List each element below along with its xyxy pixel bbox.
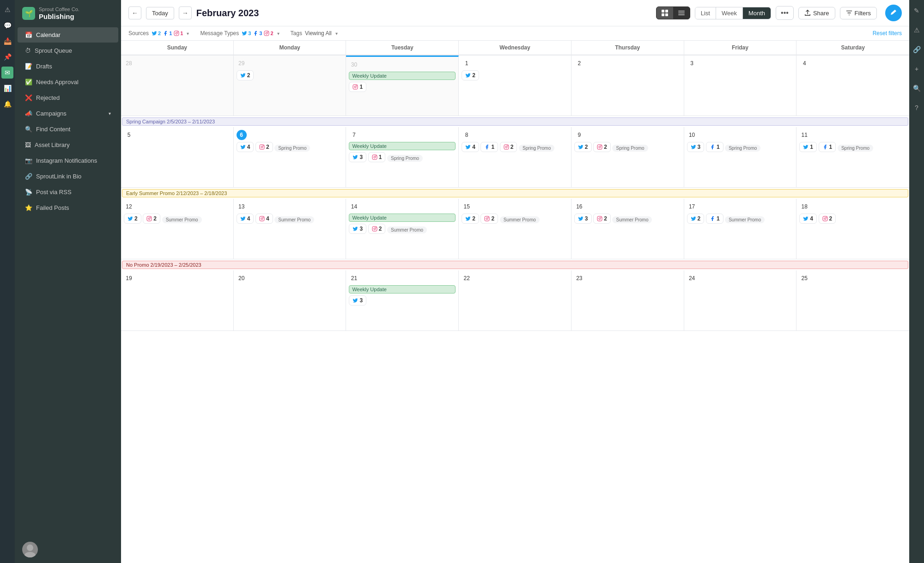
day-cell[interactable]: 3 [684,55,797,116]
weekly-update-event[interactable]: Weekly Update [349,142,456,150]
weekly-update-event[interactable]: Weekly Update [349,285,456,294]
add-right-button[interactable]: + [911,63,923,75]
post-chip[interactable]: 1 [349,82,366,92]
analytics-icon[interactable]: 📊 [1,82,13,94]
sources-filter[interactable]: Sources 2 1 1 ▾ [128,30,189,37]
post-chip[interactable]: 4 [237,142,254,152]
post-chip[interactable]: 1 [368,152,386,162]
sidebar-item-post-via-rss[interactable]: 📡 Post via RSS [18,184,118,200]
post-chip[interactable]: 2 [255,142,273,152]
post-chip[interactable]: 2 [462,214,479,224]
link-right-icon[interactable]: 🔗 [911,43,923,55]
listen-icon[interactable]: 🔔 [1,98,13,110]
post-chip[interactable]: 2 [462,70,479,80]
inbox-icon[interactable]: 📥 [1,35,13,47]
day-cell[interactable]: 17 2 1 Summer Promo [684,199,797,259]
post-chip[interactable]: 4 [237,214,254,224]
next-button[interactable]: → [179,6,192,19]
day-cell[interactable]: 29 2 [234,55,346,116]
day-cell[interactable]: 5 [121,127,234,187]
post-chip[interactable]: 1 [706,214,723,224]
post-chip[interactable]: 3 [687,142,705,152]
sidebar-item-instagram-notifications[interactable]: 📷 Instagram Notifications [18,153,118,168]
day-cell[interactable]: 30 Weekly Update 1 [346,55,459,116]
post-chip[interactable]: 2 [593,142,611,152]
user-avatar[interactable] [22,542,114,557]
sidebar-item-failed-posts[interactable]: ⭐ Failed Posts [18,200,118,215]
sidebar-item-campaigns[interactable]: 📣 Campaigns ▾ [18,106,118,121]
day-cell[interactable]: 8 4 1 2 Spring Promo [459,127,571,187]
post-chip[interactable]: 2 [480,214,498,224]
day-cell[interactable]: 14 Weekly Update 3 2 Summer Promo [346,199,459,259]
post-chip[interactable]: 3 [349,224,366,234]
month-button[interactable]: Month [743,7,771,19]
weekly-update-event[interactable]: Weekly Update [349,214,456,222]
day-cell[interactable]: 10 3 1 Spring Promo [684,127,797,187]
more-button[interactable]: ••• [776,6,794,20]
day-cell[interactable]: 4 [796,55,909,116]
alert-icon[interactable]: ⚠ [1,4,13,16]
day-cell[interactable]: 11 1 1 Spring Promo [796,127,909,187]
day-cell[interactable]: 21 Weekly Update 3 [346,270,459,330]
post-chip[interactable]: 3 [574,214,592,224]
day-cell[interactable]: 18 4 2 [796,199,909,259]
day-cell[interactable]: 2 [571,55,684,116]
publish-icon[interactable]: ✉ [1,67,13,79]
post-chip[interactable]: 3 [349,295,366,306]
sidebar-item-needs-approval[interactable]: ✅ Needs Approval [18,74,118,90]
post-chip[interactable]: 1 [819,142,836,152]
weekly-update-event[interactable]: Weekly Update [349,72,456,80]
day-cell[interactable]: 19 [121,270,234,330]
post-chip[interactable]: 2 [124,214,141,224]
post-chip[interactable]: 1 [706,142,723,152]
message-types-filter[interactable]: Message Types 3 3 2 ▾ [200,30,279,37]
day-cell[interactable]: 6 4 2 Spring Promo [234,127,346,187]
prev-button[interactable]: ← [128,6,141,19]
today-button[interactable]: Today [146,7,174,19]
post-chip[interactable]: 2 [368,224,386,234]
grid-view-button[interactable] [657,7,673,19]
help-right-button[interactable]: ? [911,102,923,114]
day-cell[interactable]: 28 [121,55,234,116]
filters-button[interactable]: Filters [840,7,877,19]
day-cell[interactable]: 22 [459,270,571,330]
compose-button[interactable] [885,5,902,21]
post-chip[interactable]: 2 [500,142,517,152]
day-cell[interactable]: 15 2 2 Summer Promo [459,199,571,259]
sidebar-item-sproutlink[interactable]: 🔗 SproutLink in Bio [18,169,118,184]
day-cell[interactable]: 20 [234,270,346,330]
day-cell[interactable]: 25 [796,270,909,330]
post-chip[interactable]: 2 [574,142,592,152]
post-chip[interactable]: 2 [819,214,836,224]
day-cell[interactable]: 9 2 2 Spring Promo [571,127,684,187]
tags-filter[interactable]: Tags Viewing All ▾ [291,30,338,37]
post-chip[interactable]: 4 [462,142,479,152]
sidebar-item-find-content[interactable]: 🔍 Find Content [18,122,118,137]
week-button[interactable]: Week [716,7,743,19]
day-cell[interactable]: 23 [571,270,684,330]
post-chip[interactable]: 1 [799,142,817,152]
day-cell[interactable]: 24 [684,270,797,330]
sidebar-item-drafts[interactable]: 📝 Drafts [18,59,118,74]
post-chip[interactable]: 2 [237,70,254,80]
pin-icon[interactable]: 📌 [1,51,13,63]
sidebar-item-calendar[interactable]: 📅 Calendar [18,27,118,43]
search-right-button[interactable]: 🔍 [911,82,923,94]
day-cell[interactable]: 1 2 [459,55,571,116]
compose-right-button[interactable]: ✎ [911,5,923,17]
sidebar-item-rejected[interactable]: ❌ Rejected [18,90,118,105]
post-chip[interactable]: 1 [480,142,498,152]
sidebar-item-sprout-queue[interactable]: ⏱ Sprout Queue [18,43,118,58]
list-view-button[interactable] [673,7,690,19]
day-cell[interactable]: 7 Weekly Update 3 1 Spring Promo [346,127,459,187]
post-chip[interactable]: 3 [349,152,366,162]
alert-right-icon[interactable]: ⚠ [911,24,923,36]
reset-filters-button[interactable]: Reset filters [873,30,902,37]
post-chip[interactable]: 2 [687,214,705,224]
chat-icon[interactable]: 💬 [1,19,13,31]
day-cell[interactable]: 12 2 2 Summer Promo [121,199,234,259]
day-cell[interactable]: 13 4 4 Summer Promo [234,199,346,259]
post-chip[interactable]: 2 [593,214,611,224]
list-button[interactable]: List [695,7,716,19]
sidebar-item-asset-library[interactable]: 🖼 Asset Library [18,137,118,153]
